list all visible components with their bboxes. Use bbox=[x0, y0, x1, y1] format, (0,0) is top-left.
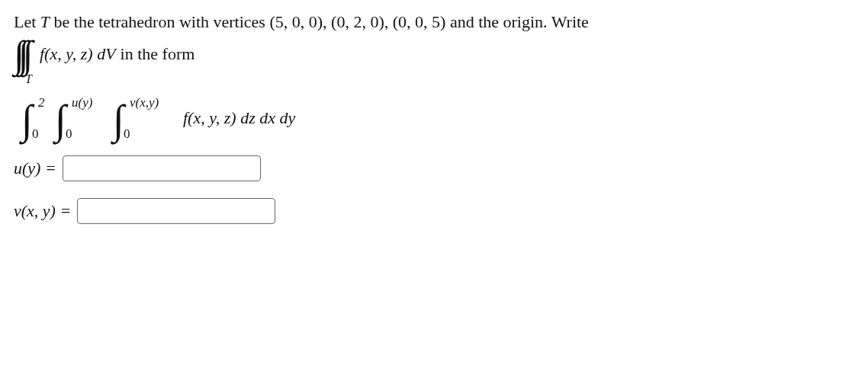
inner-lower-limit: 0 bbox=[124, 126, 130, 142]
tetrahedron-symbol: T bbox=[40, 12, 50, 31]
triple-integral-line: ∫∫∫ T f(x, y, z) dV in the form bbox=[14, 39, 854, 69]
integral-sign: ∫ bbox=[113, 101, 124, 139]
vertices-list: (5, 0, 0), (0, 2, 0), (0, 0, 5) bbox=[269, 12, 445, 31]
problem-intro-line: Let T be the tetrahedron with vertices (… bbox=[14, 9, 854, 34]
outer-integral: 2 ∫ 0 bbox=[21, 101, 53, 139]
integral-sign: ∫ bbox=[21, 101, 33, 139]
in-the-form-text: in the form bbox=[121, 44, 195, 64]
integral-sign: ∫ bbox=[55, 101, 66, 139]
middle-lower-limit: 0 bbox=[66, 126, 72, 142]
integral-sign: ∫∫∫ bbox=[14, 39, 27, 69]
region-subscript: T bbox=[25, 72, 32, 86]
triple-integrand: f(x, y, z) dV bbox=[40, 44, 116, 64]
outer-lower-limit: 0 bbox=[32, 126, 39, 142]
intro-prefix: Let bbox=[14, 12, 40, 31]
intro-suffix: and the origin. Write bbox=[445, 12, 589, 31]
iterated-integral: 2 ∫ 0 u(y) ∫ 0 v(x,y) ∫ 0 f(x, y, z) dz … bbox=[21, 101, 854, 139]
inner-upper-limit: v(x,y) bbox=[130, 95, 159, 110]
inner-integral: v(x,y) ∫ 0 bbox=[113, 101, 178, 139]
u-label: u(y) = bbox=[14, 158, 56, 178]
middle-upper-limit: u(y) bbox=[72, 95, 92, 110]
iterated-integrand: f(x, y, z) dz dx dy bbox=[183, 108, 295, 128]
u-answer-row: u(y) = bbox=[14, 155, 854, 181]
v-input[interactable] bbox=[77, 198, 275, 224]
v-answer-row: v(x, y) = bbox=[14, 198, 854, 224]
intro-mid: be the tetrahedron with vertices bbox=[50, 12, 269, 31]
middle-integral: u(y) ∫ 0 bbox=[55, 101, 111, 139]
v-label: v(x, y) = bbox=[14, 201, 71, 221]
triple-integral-symbol: ∫∫∫ T bbox=[14, 39, 35, 69]
outer-upper-limit: 2 bbox=[38, 95, 45, 110]
u-input[interactable] bbox=[63, 155, 261, 181]
